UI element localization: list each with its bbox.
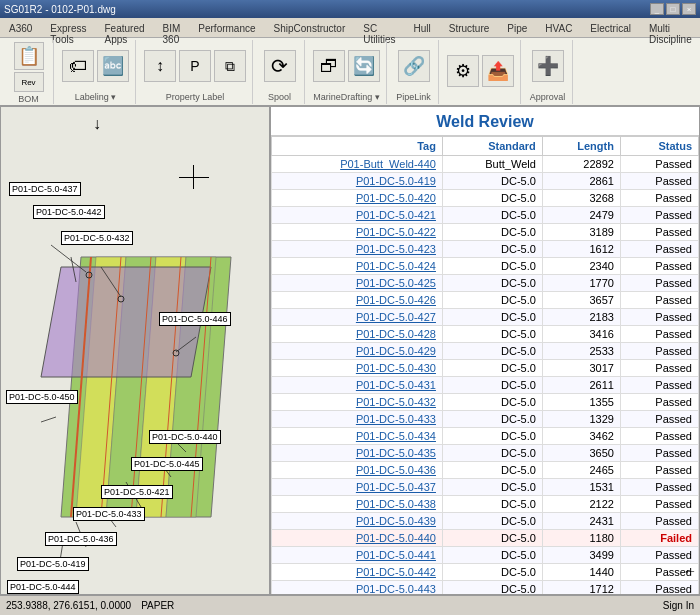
- tag-cell[interactable]: P01-DC-5.0-439: [272, 513, 443, 530]
- tab-structure[interactable]: Structure: [440, 20, 499, 37]
- table-row[interactable]: P01-DC-5.0-433DC-5.01329Passed: [272, 411, 699, 428]
- status-cell: Passed: [620, 394, 698, 411]
- table-row[interactable]: P01-DC-5.0-436DC-5.02465Passed: [272, 462, 699, 479]
- status-cell: Passed: [620, 156, 698, 173]
- status-cell: Passed: [620, 190, 698, 207]
- tag-cell[interactable]: P01-DC-5.0-424: [272, 258, 443, 275]
- sign-in-status[interactable]: Sign In: [663, 600, 694, 611]
- insert-group-button[interactable]: ➕: [532, 50, 564, 82]
- tag-cell[interactable]: P01-DC-5.0-440: [272, 530, 443, 547]
- tag-cell[interactable]: P01-DC-5.0-434: [272, 428, 443, 445]
- tab-multidiscipline[interactable]: Multi Discipline: [640, 20, 700, 37]
- tag-cell[interactable]: P01-DC-5.0-436: [272, 462, 443, 479]
- table-row[interactable]: P01-DC-5.0-430DC-5.03017Passed: [272, 360, 699, 377]
- table-row[interactable]: P01-DC-5.0-421DC-5.02479Passed: [272, 207, 699, 224]
- tag-cell[interactable]: P01-DC-5.0-437: [272, 479, 443, 496]
- table-row[interactable]: P01-DC-5.0-422DC-5.03189Passed: [272, 224, 699, 241]
- tab-performance[interactable]: Performance: [189, 20, 264, 37]
- generate-button[interactable]: ⚙: [447, 55, 479, 87]
- revision-layout-button[interactable]: Rev: [14, 72, 44, 92]
- table-row[interactable]: P01-DC-5.0-429DC-5.02533Passed: [272, 343, 699, 360]
- manager-button[interactable]: 🔗: [398, 50, 430, 82]
- cad-arrow-down: ↓: [93, 115, 101, 133]
- tag-cell[interactable]: P01-DC-5.0-430: [272, 360, 443, 377]
- tag-cell[interactable]: P01-DC-5.0-432: [272, 394, 443, 411]
- maximize-button[interactable]: □: [666, 3, 680, 15]
- table-row[interactable]: P01-DC-5.0-440DC-5.01180Failed: [272, 530, 699, 547]
- tab-sc-utilities[interactable]: SC Utilities: [354, 20, 404, 37]
- table-row[interactable]: P01-Butt_Weld-440Butt_Weld22892Passed: [272, 156, 699, 173]
- labeling-items: 🏷 🔤: [62, 42, 129, 90]
- auto-label-button[interactable]: 🔤: [97, 50, 129, 82]
- update-views-button[interactable]: 🔄: [348, 50, 380, 82]
- table-row[interactable]: P01-DC-5.0-426DC-5.03657Passed: [272, 292, 699, 309]
- tag-cell[interactable]: P01-Butt_Weld-440: [272, 156, 443, 173]
- tag-cell[interactable]: P01-DC-5.0-438: [272, 496, 443, 513]
- tab-express[interactable]: Express Tools: [41, 20, 95, 37]
- tab-hvac[interactable]: HVAC: [536, 20, 581, 37]
- table-row[interactable]: P01-DC-5.0-438DC-5.02122Passed: [272, 496, 699, 513]
- table-row[interactable]: P01-DC-5.0-428DC-5.03416Passed: [272, 326, 699, 343]
- tag-cell[interactable]: P01-DC-5.0-420: [272, 190, 443, 207]
- tab-electrical[interactable]: Electrical: [581, 20, 640, 37]
- tag-cell[interactable]: P01-DC-5.0-429: [272, 343, 443, 360]
- table-row[interactable]: P01-DC-5.0-434DC-5.03462Passed: [272, 428, 699, 445]
- export-button[interactable]: 📤: [482, 55, 514, 87]
- table-row[interactable]: P01-DC-5.0-432DC-5.01355Passed: [272, 394, 699, 411]
- table-row[interactable]: P01-DC-5.0-419DC-5.02861Passed: [272, 173, 699, 190]
- tab-a360[interactable]: A360: [0, 20, 41, 37]
- table-row[interactable]: P01-DC-5.0-420DC-5.03268Passed: [272, 190, 699, 207]
- tag-cell[interactable]: P01-DC-5.0-421: [272, 207, 443, 224]
- tag-cell[interactable]: P01-DC-5.0-441: [272, 547, 443, 564]
- main-area: ↓: [0, 106, 700, 595]
- tab-pipe[interactable]: Pipe: [498, 20, 536, 37]
- tab-hull[interactable]: Hull: [404, 20, 439, 37]
- tag-cell[interactable]: P01-DC-5.0-428: [272, 326, 443, 343]
- tag-cell[interactable]: P01-DC-5.0-443: [272, 581, 443, 595]
- tag-cell[interactable]: P01-DC-5.0-423: [272, 241, 443, 258]
- status-cell: Passed: [620, 207, 698, 224]
- manual-label-button[interactable]: 🏷: [62, 50, 94, 82]
- length-cell: 1712: [542, 581, 620, 595]
- tag-cell[interactable]: P01-DC-5.0-442: [272, 564, 443, 581]
- status-cell: Passed: [620, 224, 698, 241]
- table-row[interactable]: P01-DC-5.0-425DC-5.01770Passed: [272, 275, 699, 292]
- tag-cell[interactable]: P01-DC-5.0-433: [272, 411, 443, 428]
- table-row[interactable]: P01-DC-5.0-439DC-5.02431Passed: [272, 513, 699, 530]
- tab-featured[interactable]: Featured Apps: [95, 20, 153, 37]
- tag-cell[interactable]: P01-DC-5.0-426: [272, 292, 443, 309]
- weld-table-scroll[interactable]: Tag Standard Length Status P01-Butt_Weld…: [271, 136, 699, 594]
- tag-cell[interactable]: P01-DC-5.0-422: [272, 224, 443, 241]
- property-label-button[interactable]: P: [179, 50, 211, 82]
- table-row[interactable]: P01-DC-5.0-435DC-5.03650Passed: [272, 445, 699, 462]
- ribbon-group-approval: ➕ Approval: [523, 40, 573, 104]
- close-button[interactable]: ×: [682, 3, 696, 15]
- ribbon-tabs: A360 Express Tools Featured Apps BIM 360…: [0, 18, 700, 38]
- tag-cell[interactable]: P01-DC-5.0-435: [272, 445, 443, 462]
- rotate-dimension-button[interactable]: ⟳: [264, 50, 296, 82]
- table-row[interactable]: P01-DC-5.0-423DC-5.01612Passed: [272, 241, 699, 258]
- quick-copy-button[interactable]: ⧉: [214, 50, 246, 82]
- table-row[interactable]: P01-DC-5.0-443DC-5.01712Passed: [272, 581, 699, 595]
- table-row[interactable]: P01-DC-5.0-424DC-5.02340Passed: [272, 258, 699, 275]
- cad-view[interactable]: ↓: [0, 106, 270, 595]
- auto-create-views-button[interactable]: 🗗: [313, 50, 345, 82]
- window-controls[interactable]: _ □ ×: [650, 3, 696, 15]
- tag-cell[interactable]: P01-DC-5.0-427: [272, 309, 443, 326]
- table-row[interactable]: P01-DC-5.0-427DC-5.02183Passed: [272, 309, 699, 326]
- table-row[interactable]: P01-DC-5.0-437DC-5.01531Passed: [272, 479, 699, 496]
- redistribute-leaders-button[interactable]: ↕: [144, 50, 176, 82]
- tag-cell[interactable]: P01-DC-5.0-419: [272, 173, 443, 190]
- length-cell: 3650: [542, 445, 620, 462]
- table-row[interactable]: P01-DC-5.0-442DC-5.01440Passed: [272, 564, 699, 581]
- labeling-label: Labeling ▾: [75, 92, 117, 102]
- minimize-button[interactable]: _: [650, 3, 664, 15]
- revisions-button[interactable]: 📋: [14, 42, 44, 70]
- tab-bim360[interactable]: BIM 360: [154, 20, 190, 37]
- table-row[interactable]: P01-DC-5.0-441DC-5.03499Passed: [272, 547, 699, 564]
- tag-cell[interactable]: P01-DC-5.0-425: [272, 275, 443, 292]
- tag-cell[interactable]: P01-DC-5.0-431: [272, 377, 443, 394]
- tab-shipconstructor[interactable]: ShipConstructor: [265, 20, 355, 37]
- table-row[interactable]: P01-DC-5.0-431DC-5.02611Passed: [272, 377, 699, 394]
- col-standard: Standard: [442, 137, 542, 156]
